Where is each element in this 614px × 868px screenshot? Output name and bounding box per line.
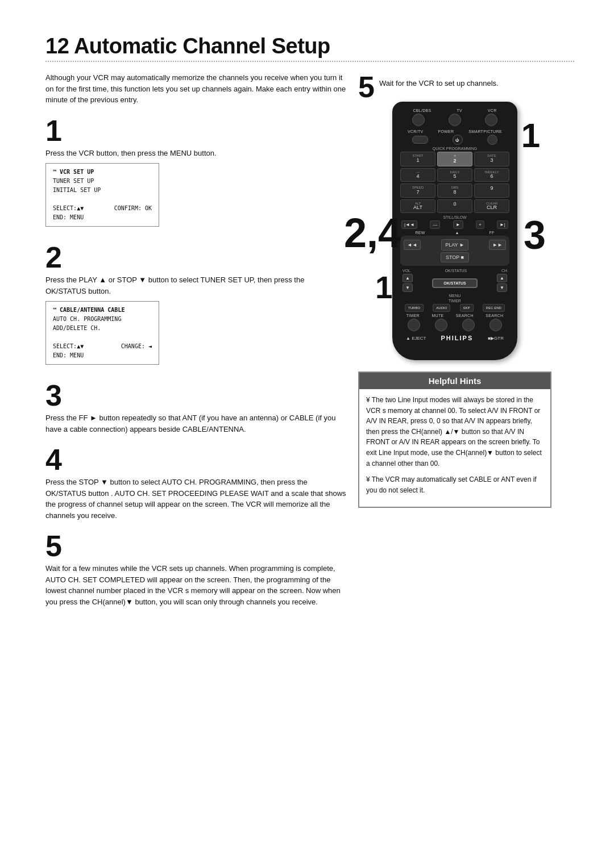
btn-1[interactable]: START 1: [400, 152, 435, 166]
step-5-number: 5: [45, 531, 347, 561]
menu-2-end: END: MENU: [53, 351, 152, 360]
play-row: ◄◄ PLAY ► ►►: [404, 239, 506, 251]
transport-top-row: |◄◄ — ► + ►|: [400, 220, 509, 229]
turbo-btn[interactable]: TURBO: [405, 304, 424, 312]
vol-down[interactable]: ▼: [403, 283, 413, 292]
timer-mute-search-labels: TIMER MUTE SEARCH SEARCH: [400, 314, 509, 318]
btn-6[interactable]: WEEKLY 6: [474, 168, 509, 182]
step-1-menu: ™ VCR SET UP TUNER SET UP INITIAL SET UP…: [45, 163, 159, 227]
clear-label: CLEAR: [475, 202, 509, 206]
play-button[interactable]: PLAY ►: [441, 239, 468, 251]
weekly-label: WEEKLY: [475, 170, 509, 174]
stop-area: STOP ■: [404, 252, 506, 262]
btn-7[interactable]: SPEED 7: [400, 183, 435, 197]
helpful-hints-content: ¥ The two Line Input modes will always b…: [359, 389, 550, 507]
bottom-function-buttons: TURBO AUDIO SKP REC END: [400, 304, 509, 312]
hint-1-text: ¥ The two Line Input modes will always b…: [366, 396, 542, 468]
ch-buttons: ▲ ▼: [497, 274, 507, 292]
mute-circle-btn[interactable]: [435, 319, 447, 331]
btn-3[interactable]: DATE 3: [474, 152, 509, 166]
step5-wait-text: Wait for the VCR to set up channels.: [379, 72, 499, 89]
step-overlay-1: 1: [521, 119, 540, 153]
btn-8[interactable]: DBS 8: [437, 183, 472, 197]
rew-button[interactable]: ◄◄: [404, 240, 421, 250]
next-btn[interactable]: ►|: [497, 220, 508, 229]
step-4-number: 4: [45, 445, 347, 474]
still-slow-label: STILL/SLOW: [400, 215, 509, 219]
rec-end-btn[interactable]: REC END: [483, 304, 505, 312]
minus-btn[interactable]: —: [430, 220, 440, 229]
step-2-number: 2: [45, 243, 347, 272]
philips-logo: PHILIPS: [441, 335, 473, 341]
btn-0[interactable]: 0: [437, 199, 472, 213]
menu-label: MENU: [400, 294, 509, 298]
hint-2-text: ¥ The VCR may automatically set CABLE or…: [366, 475, 537, 494]
menu-1-select: SELECT:▲▼: [53, 204, 84, 213]
tv-label: TV: [457, 108, 462, 112]
intro-text: Although your VCR may automatically memo…: [45, 72, 347, 106]
search2-label: SEARCH: [486, 314, 503, 318]
ff-button[interactable]: ►►: [489, 240, 506, 250]
menu-2-footer: SELECT:▲▼ CHANGE: ◄: [53, 342, 152, 351]
vol-ch-label-row: VOL OK/STATUS CH: [400, 269, 509, 273]
gtr-button[interactable]: ■▶GTR: [488, 336, 504, 341]
plus-btn[interactable]: +: [476, 220, 484, 229]
power-button[interactable]: ⏻: [453, 135, 463, 145]
step-3-block: 3 Press the FF ► button repeatedly so th…: [45, 381, 347, 435]
btn-9[interactable]: 9: [474, 183, 509, 197]
vcr-tv-toggle[interactable]: [412, 136, 428, 144]
turbo-label: TURBO: [408, 306, 420, 310]
source-buttons[interactable]: [400, 114, 509, 126]
search-circle-btn[interactable]: [462, 319, 475, 331]
vol-ok-ch-row: ▲ ▼ OK/STATUS ▲ ▼: [400, 274, 509, 292]
step-2-block: 2 Press the PLAY ▲ or STOP ▼ button to s…: [45, 243, 347, 370]
skip-btn[interactable]: SKP: [460, 304, 474, 312]
hint-item-1: ¥ The two Line Input modes will always b…: [366, 395, 544, 469]
rec-end-label: REC END: [486, 306, 501, 310]
timer-circle-btn[interactable]: [408, 319, 420, 331]
step-overlay-1b: 1: [375, 272, 393, 303]
btn-4[interactable]: — 4: [400, 168, 435, 182]
search2-circle-btn[interactable]: [489, 319, 502, 331]
menu-1-end: END: MENU: [53, 213, 152, 222]
slow-forward-btn[interactable]: ►: [453, 220, 463, 229]
dbs-label: DBS: [438, 186, 472, 190]
btn-2[interactable]: + 2: [437, 152, 472, 166]
smartpicture-label: SMARTPICTURE: [468, 130, 502, 133]
vcr-button[interactable]: [485, 114, 497, 126]
source-labels: CBL/DBS TV VCR: [400, 108, 509, 112]
tv-button[interactable]: [449, 114, 461, 126]
timer-label: TIMER: [400, 299, 509, 303]
btn-clear[interactable]: CLEAR CLR: [474, 199, 509, 213]
date-label: DATE: [475, 154, 509, 158]
vol-up[interactable]: ▲: [403, 274, 413, 282]
menu-2-item-1: AUTO CH. PROGRAMMING: [53, 315, 152, 324]
prev-btn[interactable]: |◄◄: [401, 220, 417, 229]
quick-prog-label: QUICK PROGRAMMING: [400, 147, 509, 151]
eject-button[interactable]: ▲ EJECT: [406, 336, 426, 341]
stop-button[interactable]: STOP ■: [441, 252, 469, 262]
step-1-text: Press the VCR button, then press the MEN…: [45, 148, 347, 159]
helpful-hints-box: Helpful Hints ¥ The two Line Input modes…: [358, 372, 551, 508]
smartpicture-button[interactable]: [487, 135, 497, 145]
alt-label: ALT: [401, 202, 435, 206]
audio-btn[interactable]: AUDIO: [433, 304, 450, 312]
menu-1-footer: SELECT:▲▼ CONFIRM: OK: [53, 204, 152, 213]
daily-label: DAILY: [438, 170, 472, 174]
left-column: Although your VCR may automatically memo…: [45, 72, 347, 617]
btn-alt[interactable]: ALT ALT: [400, 199, 435, 213]
ch-down[interactable]: ▼: [497, 283, 507, 292]
play-area: ◄◄ PLAY ► ►► STOP ■: [400, 236, 509, 266]
helpful-hints-header: Helpful Hints: [359, 373, 550, 389]
step-overlay-24: 2,4: [344, 212, 401, 253]
btn-5[interactable]: DAILY 5: [437, 168, 472, 182]
cbl-dbs-button[interactable]: [412, 114, 425, 126]
ch-up[interactable]: ▲: [497, 274, 507, 282]
vcr-tv-label: VCR/TV: [408, 130, 423, 133]
power-label: POWER: [438, 130, 454, 133]
menu-1-item-2: INITIAL SET UP: [53, 186, 152, 195]
menu-2-item-2: ADD/DELETE CH.: [53, 324, 152, 333]
vcr-label: VCR: [488, 108, 497, 112]
ok-status-label: OK/STATUS: [445, 269, 467, 273]
ok-status-button[interactable]: OK/STATUS: [432, 278, 478, 288]
